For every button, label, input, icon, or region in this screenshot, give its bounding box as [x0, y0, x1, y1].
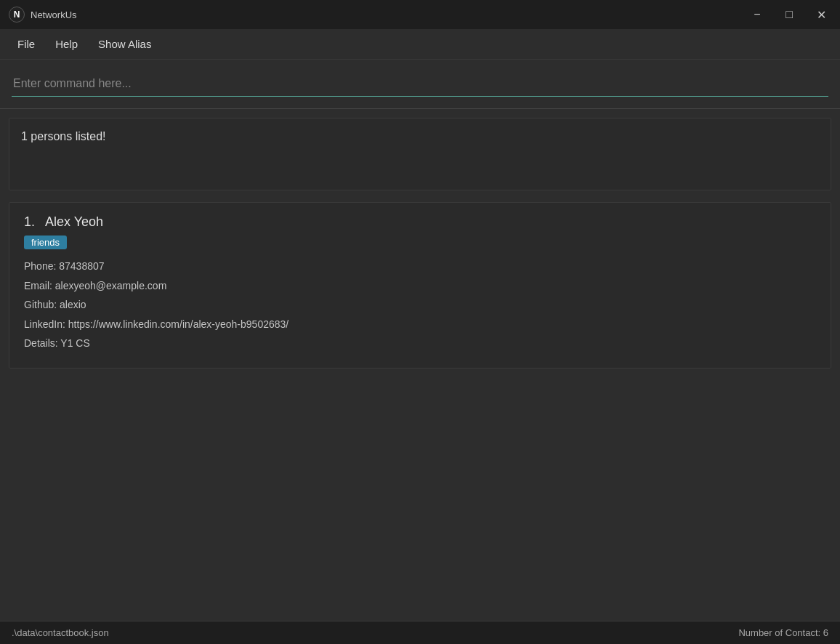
main-content [0, 374, 840, 621]
title-bar: N NetworkUs − □ ✕ [0, 0, 840, 29]
title-bar-left: N NetworkUs [9, 7, 77, 23]
app-icon: N [9, 7, 25, 23]
contact-phone: Phone: 87438807 [24, 257, 816, 276]
menu-item-file[interactable]: File [9, 33, 44, 55]
command-area [0, 60, 840, 109]
contact-linkedin: LinkedIn: https://www.linkedin.com/in/al… [24, 315, 816, 334]
menu-item-help[interactable]: Help [47, 33, 86, 55]
contact-fullname: Alex Yeoh [45, 214, 103, 229]
command-input[interactable] [12, 74, 828, 97]
contact-card: 1. Alex Yeoh friends Phone: 87438807 Ema… [9, 202, 831, 369]
status-contact-count: Number of Contact: 6 [738, 627, 828, 638]
app-title: NetworkUs [31, 9, 77, 20]
minimize-button[interactable]: − [747, 4, 767, 25]
status-file-path: .\data\contactbook.json [12, 627, 109, 638]
contact-tag: friends [24, 236, 67, 249]
contact-name: 1. Alex Yeoh [24, 214, 816, 230]
maximize-button[interactable]: □ [779, 4, 799, 25]
output-panel: 1 persons listed! [9, 118, 831, 190]
menu-item-show-alias[interactable]: Show Alias [89, 33, 160, 55]
contact-email: Email: alexyeoh@example.com [24, 276, 816, 296]
contact-details: Details: Y1 CS [24, 334, 816, 353]
menu-bar: File Help Show Alias [0, 29, 840, 60]
status-bar: .\data\contactbook.json Number of Contac… [0, 621, 840, 644]
output-text: 1 persons listed! [21, 130, 106, 142]
contact-index: 1. [24, 214, 35, 229]
title-bar-controls: − □ ✕ [747, 4, 831, 25]
contact-github: Github: alexio [24, 295, 816, 315]
close-button[interactable]: ✕ [811, 4, 831, 25]
